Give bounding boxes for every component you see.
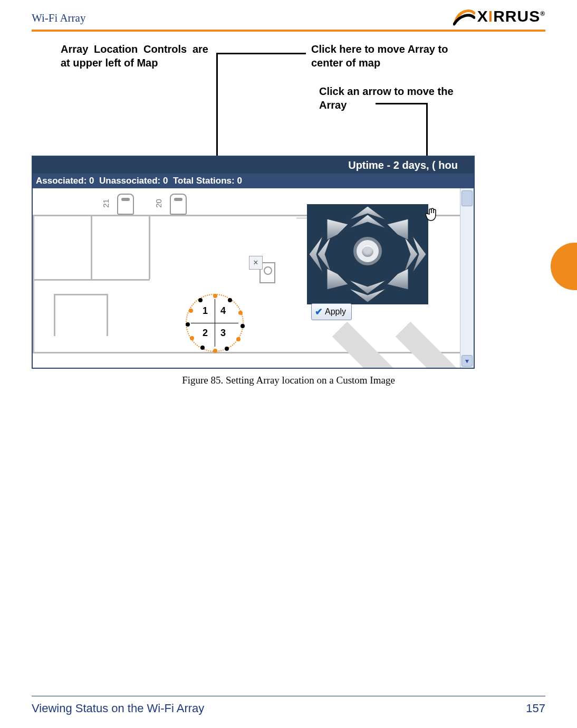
- array-antenna-dot-icon: [241, 324, 245, 328]
- checkmark-icon: ✔: [315, 306, 323, 318]
- station-status-bar: Associated: 0 Unassociated: 0 Total Stat…: [33, 174, 474, 188]
- total-stations-label: Total Stations:: [173, 176, 235, 186]
- array-antenna-dot-icon: [225, 347, 229, 351]
- logo-swoosh-icon: [453, 5, 475, 27]
- apply-button-label: Apply: [325, 307, 346, 317]
- header-divider: [32, 30, 545, 32]
- annotation-controls-location: Array Location Controls are at upper lef…: [61, 42, 208, 70]
- unassociated-label: Unassociated:: [99, 176, 160, 186]
- scrollbar-down-button[interactable]: ▾: [461, 355, 473, 367]
- nav-arrow-up-button[interactable]: [349, 204, 386, 231]
- uptime-bar: Uptime - 2 days, ( hou: [33, 157, 474, 174]
- array-antenna-dot-icon: [200, 346, 205, 350]
- annotation-arrow-move: Click an arrow to move the Array: [319, 84, 467, 112]
- room-label: 21: [101, 199, 110, 208]
- array-antenna-dot-icon: [186, 322, 190, 327]
- close-icon: ×: [253, 258, 258, 267]
- brand-logo: XIRRUS®: [408, 5, 545, 30]
- array-quadrant-label: 1: [203, 305, 208, 317]
- figure-caption: Figure 85. Setting Array location on a C…: [0, 375, 577, 386]
- apply-button[interactable]: ✔ Apply: [311, 303, 352, 320]
- floorplan-chair-icon: [117, 194, 134, 215]
- floorplan-chair-icon: [170, 194, 187, 215]
- nav-arrow-down-button[interactable]: [349, 278, 386, 304]
- floorplan-map[interactable]: 21 20 1 4 2 3: [33, 188, 460, 368]
- footer-page-number: 157: [526, 702, 545, 715]
- array-antenna-dot-icon: [213, 294, 217, 298]
- footer-section-title: Viewing Status on the Wi-Fi Array: [32, 702, 204, 715]
- room-label: 20: [154, 199, 163, 208]
- array-location-control-panel: ✔ Apply: [307, 204, 428, 304]
- array-antenna-dot-icon: [189, 309, 193, 313]
- array-antenna-dot-icon: [238, 311, 243, 315]
- array-device-icon[interactable]: 1 4 2 3: [186, 294, 244, 352]
- total-stations-value: 0: [237, 176, 242, 186]
- array-antenna-dot-icon: [213, 349, 217, 353]
- callout-line: [376, 103, 427, 104]
- logo-letter-accent: I: [488, 7, 493, 25]
- array-quadrant-label: 2: [203, 328, 208, 339]
- logo-registered: ®: [540, 10, 545, 17]
- uptime-text: Uptime - 2 days, ( hou: [348, 159, 458, 171]
- associated-label: Associated:: [36, 176, 86, 186]
- nav-arrow-up-left-button[interactable]: [318, 212, 347, 241]
- associated-value: 0: [89, 176, 94, 186]
- figure-screenshot: Uptime - 2 days, ( hou Associated: 0 Una…: [32, 156, 475, 369]
- array-antenna-dot-icon: [236, 337, 241, 341]
- page-header-title: Wi-Fi Array: [32, 12, 85, 25]
- annotation-center-map: Click here to move Array to center of ma…: [311, 42, 448, 70]
- array-quadrant-label: 4: [220, 305, 226, 317]
- close-button[interactable]: ×: [249, 256, 263, 270]
- logo-letter: RRUS: [493, 7, 540, 25]
- chevron-down-icon: ▾: [465, 357, 469, 365]
- logo-letter: X: [477, 7, 488, 25]
- nav-arrow-down-right-button[interactable]: [389, 267, 418, 296]
- vertical-scrollbar[interactable]: ▾: [460, 188, 474, 368]
- nav-arrow-down-left-button[interactable]: [318, 267, 347, 296]
- nav-center-icon: [362, 245, 373, 257]
- unassociated-value: 0: [163, 176, 168, 186]
- nav-arrow-up-right-button[interactable]: [389, 212, 418, 241]
- side-tab-marker: [551, 243, 577, 290]
- cursor-hand-icon: [426, 207, 438, 223]
- array-antenna-dot-icon: [198, 298, 203, 302]
- array-antenna-dot-icon: [190, 336, 194, 340]
- callout-line: [216, 53, 306, 54]
- nav-center-button[interactable]: [353, 237, 382, 265]
- array-quadrant-label: 3: [220, 328, 226, 339]
- footer-divider: [32, 696, 545, 696]
- scrollbar-thumb[interactable]: [461, 190, 473, 206]
- array-antenna-dot-icon: [228, 298, 232, 302]
